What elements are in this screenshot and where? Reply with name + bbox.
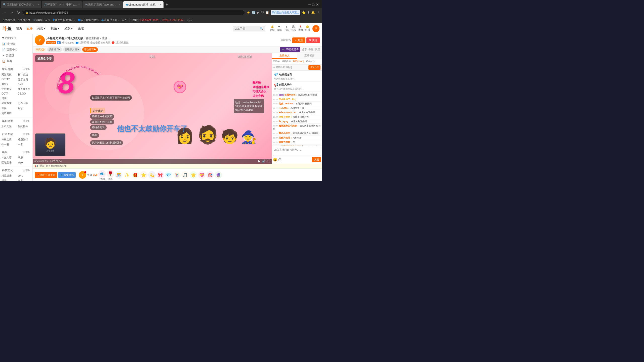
sidebar-game-10[interactable]: CS:GO [16, 92, 33, 96]
tab-4-close[interactable]: ✕ [159, 3, 162, 6]
fullscreen-icon[interactable]: ⛶ [267, 159, 270, 163]
at-btn[interactable]: @ [278, 158, 281, 161]
gift-13[interactable]: 💝 [198, 171, 206, 179]
ext-7[interactable]: ⬇ [307, 11, 310, 14]
header-message[interactable]: 💬消息 [291, 25, 296, 32]
nav-video[interactable]: 视频▼ [49, 25, 62, 32]
open-treasure-btn[interactable]: 🎁 用户打开宝箱 [35, 172, 57, 178]
sidebar-ent-3[interactable]: 区域音乐 [0, 160, 16, 165]
chat-text-input[interactable] [273, 147, 321, 156]
header-coin[interactable]: 🪙鱼币 [305, 25, 310, 32]
sidebar-game-4[interactable]: 无尽之刃 [16, 77, 33, 82]
chat-send-button[interactable]: 发送 [312, 157, 321, 162]
gift-8[interactable]: 🎀 [156, 171, 164, 179]
bookmark-8[interactable]: ✕Valorant Cross... [140, 19, 160, 21]
become-fan-btn[interactable]: 成为粉丝 [308, 65, 320, 70]
sidebar-game-2[interactable]: 格斗游戏 [16, 72, 33, 77]
tab-1[interactable]: 🔍 百度翻译-200种语言互译、沟通... ✕ [1, 1, 41, 8]
sidebar-interact-1[interactable]: 林林之森 [0, 137, 16, 142]
my-fish-btn[interactable]: 🐟 我要鱼丸 [58, 172, 76, 178]
sidebar-game-8[interactable]: 魔兽任务图 [16, 86, 33, 92]
sidebar-game-13[interactable]: 异域多季 [0, 101, 16, 106]
sidebar-culture-4[interactable]: 汽车 [16, 178, 33, 181]
sidebar-culture-3[interactable]: 科普 [0, 178, 16, 181]
back-button[interactable]: ← [2, 10, 8, 15]
volume-icon[interactable]: 🔊 [262, 159, 266, 163]
streamer-avatar[interactable]: Y [35, 35, 45, 45]
subtab-diary[interactable]: 日记帖 [272, 59, 281, 64]
menu-button[interactable]: ⋮ [316, 11, 320, 15]
tab-anchor-blog[interactable]: 主播推文 [272, 53, 297, 59]
gift-15[interactable]: 🔮 [215, 171, 222, 179]
url-input[interactable]: 🔒 https://www.douyu.com/687423 [23, 10, 245, 15]
sidebar-ent-all[interactable]: 全部▶ [23, 151, 30, 154]
ext-4[interactable]: 🛡 [261, 11, 264, 14]
sidebar-game-12[interactable] [16, 96, 33, 101]
site-logo[interactable]: 斗鱼 [3, 26, 12, 32]
ext-1[interactable]: ⚡ [247, 11, 250, 14]
tab-3[interactable]: 🎮 无忌的直播_Valorant直播_无忌最... ✕ [83, 1, 123, 8]
bookmark-6[interactable]: 🐟斗鱼-个人积... [101, 18, 120, 22]
sidebar-game-6[interactable]: DNF [16, 82, 33, 86]
maximize-button[interactable]: □ [312, 3, 314, 7]
ext-2[interactable]: 🔄 [252, 11, 256, 14]
gift-9[interactable]: 💎 [165, 171, 172, 179]
sidebar-board[interactable]: 📋 查看 [0, 58, 32, 64]
sidebar-ranking[interactable]: 📊 排行榜 [0, 41, 32, 47]
emoji-btn[interactable]: 😊 [273, 158, 277, 162]
new-tab-button[interactable]: + [164, 2, 169, 7]
sidebar-culture-2[interactable]: 文化 [16, 173, 33, 178]
user-avatar[interactable]: U [312, 25, 319, 32]
sidebar-game-5[interactable]: APEX [0, 82, 16, 86]
sidebar-game-17[interactable]: 超击突破 [0, 111, 16, 116]
sidebar-game-1[interactable]: 网游竞技 [0, 72, 16, 77]
nav-live[interactable]: 直播 [25, 25, 35, 32]
sidebar-interact-all[interactable]: 全部▶ [23, 132, 30, 136]
gift-12[interactable]: 🌟 [190, 171, 197, 179]
gift-2[interactable]: 🌹 玫瑰 [107, 170, 114, 180]
sidebar-single-1[interactable]: 永不无法 [0, 124, 16, 129]
ext-5[interactable]: 📋 [265, 11, 269, 14]
stream-tag-super[interactable]: 超级影片粉▶ [63, 47, 81, 52]
promo-item-2[interactable]: 📢 斜望大事件 已有12个还没来过直播间的... [273, 82, 321, 92]
follow-button[interactable]: + 关注 [292, 37, 305, 43]
report-btn[interactable]: 举报 [308, 48, 313, 51]
close-button[interactable]: ✕ [316, 3, 319, 7]
nav-forum[interactable]: 鱼吧 [76, 25, 86, 32]
translate-btn[interactable]: 我们要始终坚持人民至上 [271, 10, 300, 15]
header-location[interactable]: 📍地图 [298, 25, 303, 32]
settings-btn[interactable]: 设置 [315, 48, 320, 51]
gift-5[interactable]: 🎁 [132, 171, 139, 179]
sidebar-ent-1[interactable]: 斗鱼大厅 [0, 155, 16, 160]
nav-game[interactable]: 游戏▼ [62, 25, 75, 32]
sidebar-game-15[interactable]: 世界 [0, 106, 16, 111]
sidebar-single-all[interactable]: 全部▶ [23, 119, 30, 123]
stream-tag-activity[interactable]: 活动推荐▶ [82, 47, 98, 52]
subtab-video[interactable]: 视频投稿 [281, 59, 292, 64]
sidebar-culture-all[interactable]: 全部▶ [23, 169, 30, 172]
sidebar-game-11[interactable]: 进化 [0, 96, 16, 101]
nav-home[interactable]: 首页 [14, 25, 24, 32]
tab-2[interactable]: 🎵 弹幕姬(*´ω`*) - 千杯-bilibil... ✕ [42, 1, 82, 8]
tab-1-close[interactable]: ✕ [37, 3, 39, 6]
nav-category[interactable]: 分类▼ [35, 25, 48, 32]
bookmark-1[interactable]: 📱手机书签 [2, 18, 15, 22]
gift-10[interactable]: 🃏 [173, 171, 181, 179]
header-download[interactable]: ⬇下载 [284, 25, 289, 32]
gift-6[interactable]: ⭐ [140, 171, 147, 179]
sidebar-culture-1[interactable]: 精品娱乐 [0, 173, 16, 178]
ext-3[interactable]: ▶ [257, 11, 259, 14]
subtab-fans[interactable]: 粉丝(47) [305, 59, 315, 64]
sidebar-game-14[interactable]: 万界天极 [16, 101, 33, 106]
gift-7[interactable]: 💫 [148, 171, 156, 179]
gift-1[interactable]: 🐟 小鱼丸 [98, 170, 106, 180]
reload-button[interactable]: ↻ [16, 10, 21, 15]
gift-14[interactable]: 🎯 [206, 171, 214, 179]
tab-2-close[interactable]: ✕ [78, 3, 80, 6]
sidebar-game-7[interactable]: 守护奥义 [0, 86, 16, 92]
share-btn[interactable]: 分享 [302, 48, 307, 51]
promo-item-1[interactable]: 💎 钻钻纪念日 今天你有空看直播吗 [273, 72, 321, 82]
bookmark-4[interactable]: 👤用户中心-搜索订... [52, 18, 76, 22]
sidebar-my-follow[interactable]: ❤ 我的关注 [0, 35, 32, 41]
subscribe-button[interactable]: ❤ 关注 [306, 37, 320, 43]
